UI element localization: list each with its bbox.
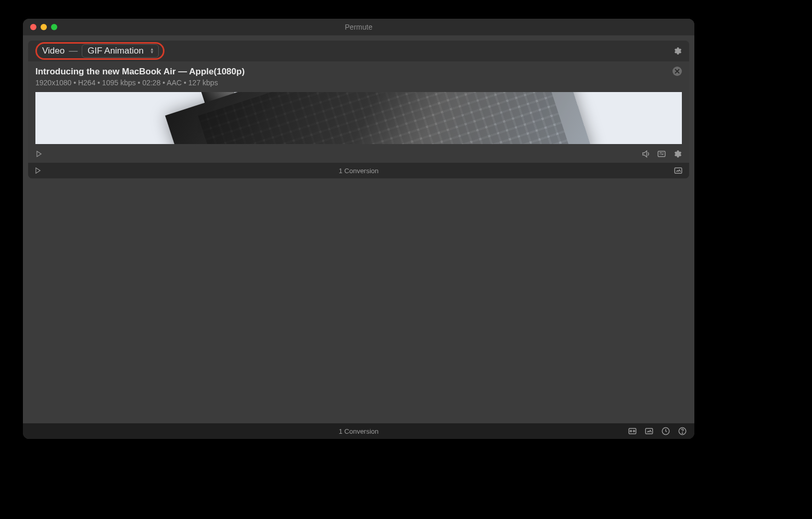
chevron-up-down-icon: ▲▼ [150,48,154,54]
svg-rect-7 [645,429,653,434]
image-icon [644,426,654,436]
format-selector-highlighted: Video — GIF Animation ▲▼ [35,42,164,60]
help-icon [678,426,687,436]
svg-marker-2 [36,168,40,174]
svg-marker-0 [37,151,41,157]
recent-button[interactable] [661,426,670,436]
clock-icon [661,426,670,436]
preset-dropdown-label: GIF Animation [87,46,144,56]
file-card[interactable]: Introducing the new MacBook Air — Apple(… [28,61,689,163]
file-title: Introducing the new MacBook Air — Apple(… [35,67,682,77]
svg-point-5 [630,431,632,432]
output-folder-button[interactable] [674,166,683,175]
app-window: Permute Video — GIF Animation ▲▼ [23,19,694,439]
preview-play-button[interactable] [35,150,43,158]
play-icon [35,150,43,158]
svg-rect-3 [675,168,682,174]
traffic-lights [30,24,57,30]
gear-icon [673,46,682,56]
window-title: Permute [345,23,373,31]
close-window-button[interactable] [30,24,36,30]
presets-icon [628,426,637,436]
content-area: Video — GIF Animation ▲▼ [23,35,694,423]
audio-settings-button[interactable] [641,149,651,159]
video-thumbnail [35,92,682,144]
group-footer: 1 Conversion [28,163,689,178]
file-settings-button[interactable] [673,149,682,159]
help-button[interactable] [678,426,687,436]
fullscreen-window-button[interactable] [51,24,57,30]
start-all-button[interactable] [34,167,42,174]
images-button[interactable] [644,426,654,436]
svg-point-10 [682,433,682,433]
statusbar-label: 1 Conversion [339,427,379,435]
gear-icon [673,149,682,159]
play-icon [34,167,42,174]
titlebar: Permute [23,19,694,35]
separator-dash: — [69,46,78,56]
group-footer-label: 1 Conversion [339,167,379,175]
group-settings-button[interactable] [673,46,682,56]
presets-button[interactable] [628,426,637,436]
image-folder-icon [674,166,683,175]
close-icon [675,69,680,74]
subtitles-button[interactable] [657,149,666,159]
group-header: Video — GIF Animation ▲▼ [28,41,689,61]
speaker-icon [641,149,651,159]
subtitles-icon [657,149,666,159]
statusbar: 1 Conversion [23,423,694,439]
preset-dropdown[interactable]: GIF Animation ▲▼ [82,44,159,58]
svg-point-6 [633,431,635,432]
file-card-footer [35,147,682,159]
category-label: Video [42,46,65,56]
file-metadata: 1920x1080 • H264 • 1095 kbps • 02:28 • A… [35,79,682,87]
minimize-window-button[interactable] [41,24,47,30]
conversion-group: Video — GIF Animation ▲▼ [28,41,689,178]
remove-file-button[interactable] [673,67,682,76]
